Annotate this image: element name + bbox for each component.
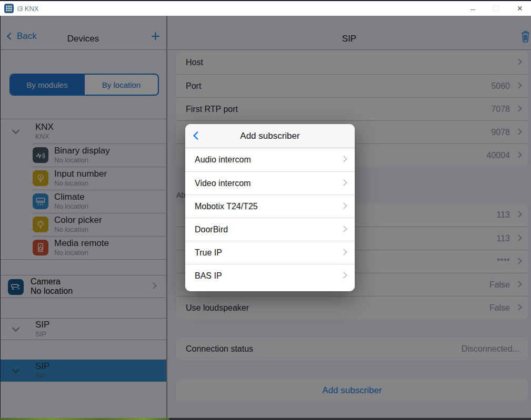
modal-item-label: DoorBird — [195, 225, 228, 234]
desktop-dark-sliver — [169, 418, 531, 420]
modal-header: Add subscriber — [185, 124, 355, 148]
desktop-strip — [0, 418, 531, 420]
chevron-right-icon — [340, 249, 347, 255]
modal-item-label: BAS IP — [195, 271, 222, 281]
modal-item-label: Video intercom — [195, 179, 251, 188]
modal-item-audio-intercom[interactable]: Audio intercom — [185, 148, 355, 171]
modal-bottom-pad — [185, 287, 355, 291]
app-logo-icon — [4, 4, 14, 13]
modal-item-mobotix[interactable]: Mobotix T24/T25 — [185, 194, 355, 218]
minimize-button[interactable]: – — [470, 5, 475, 13]
modal-item-label: True IP — [195, 248, 222, 258]
chevron-right-icon — [340, 226, 347, 232]
modal-item-label: Audio intercom — [195, 155, 251, 165]
modal-title: Add subscriber — [240, 131, 299, 141]
modal-back-button[interactable] — [193, 131, 202, 140]
modal-item-true-ip[interactable]: True IP — [185, 241, 355, 264]
add-subscriber-modal: Add subscriber Audio intercom Video inte… — [185, 124, 355, 291]
modal-item-bas-ip[interactable]: BAS IP — [185, 264, 355, 287]
titlebar: i3 KNX – × — [0, 0, 531, 16]
chevron-right-icon — [340, 179, 347, 186]
window-title: i3 KNX — [17, 5, 38, 13]
app-window: i3 KNX – × Back Devices + By modules By … — [0, 0, 531, 420]
desktop-wallpaper-sliver — [0, 418, 169, 420]
maximize-button[interactable] — [493, 5, 499, 12]
chevron-right-icon — [340, 156, 347, 162]
close-button[interactable]: × — [517, 4, 523, 13]
modal-item-video-intercom[interactable]: Video intercom — [185, 171, 355, 194]
modal-item-doorbird[interactable]: DoorBird — [185, 218, 355, 241]
chevron-right-icon — [340, 202, 347, 209]
modal-item-label: Mobotix T24/T25 — [195, 202, 258, 211]
chevron-right-icon — [340, 272, 347, 279]
window-controls: – × — [470, 4, 527, 13]
